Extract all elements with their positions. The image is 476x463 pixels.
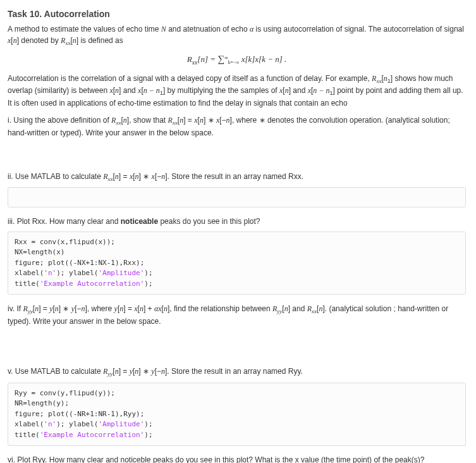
task-title: Task 10. Autocorrelation: [8, 8, 466, 20]
question-iii: iii. Plot Rxx. How many clear and notice…: [8, 216, 466, 227]
question-vi: vi. Plot Ryy. How many clear and noticeb…: [8, 455, 466, 463]
question-iv: iv. If Ryy[n] = y[n] ∗ y[−n], where y[n]…: [8, 304, 466, 327]
explanation-paragraph: Autocorrelation is the correlation of a …: [8, 73, 466, 109]
answer-space-iv[interactable]: [8, 330, 466, 357]
question-v: v. Use MATLAB to calculate Ryy[n] = y[n]…: [8, 366, 466, 378]
code-text-iii: Rxx = conv(x,flipud(x)); NX=length(x) fi…: [15, 237, 459, 290]
code-block-iii: Rxx = conv(x,flipud(x)); NX=length(x) fi…: [8, 232, 466, 295]
formula-definition: Rxx[n] = ∑∞k=−∞ x[k]x[k − n] .: [8, 52, 466, 67]
code-input-ii[interactable]: [8, 187, 466, 207]
question-ii: ii. Use MATLAB to calculate Rxx[n] = x[n…: [8, 171, 466, 183]
question-i: i. Using the above definition of Rxx[n],…: [8, 115, 466, 139]
intro-paragraph: A method to estimate the values of echo …: [8, 24, 466, 47]
code-block-v: Ryy = conv(y,flipud(y)); NR=length(y); f…: [8, 383, 466, 447]
code-text-v: Ryy = conv(y,flipud(y)); NR=length(y); f…: [15, 388, 459, 441]
answer-space-i[interactable]: [8, 141, 466, 163]
